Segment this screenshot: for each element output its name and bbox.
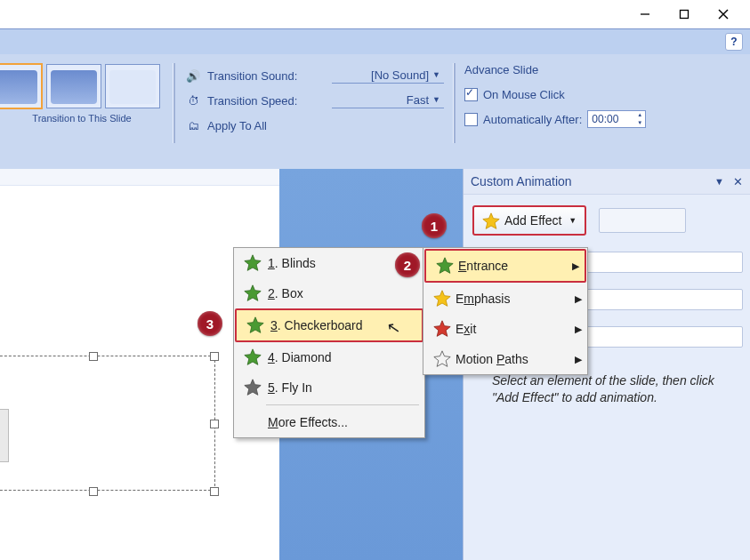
svg-marker-9 (245, 255, 261, 271)
auto-after-label: Automatically After: (483, 113, 582, 126)
submenu-item-label: 1. Blinds (268, 256, 316, 270)
menu-separator (266, 404, 419, 405)
sound-icon: 🔊 (184, 69, 202, 83)
horizontal-ruler (0, 169, 279, 186)
submenu-item-diamond[interactable]: 4. Diamond (234, 342, 424, 372)
callout-badge-3: 3 (198, 311, 222, 336)
auto-after-checkbox[interactable] (464, 113, 478, 126)
chevron-down-icon: ▼ (569, 216, 577, 225)
svg-marker-10 (245, 285, 261, 301)
task-pane-menu-icon[interactable]: ▼ (714, 176, 724, 187)
resize-handle[interactable] (210, 352, 219, 361)
svg-marker-4 (483, 213, 499, 229)
submenu-item-fly-in[interactable]: 5. Fly In (234, 372, 424, 403)
add-effect-menu: Entrance ▶ Emphasis ▶ Exit ▶ Motion Path… (423, 247, 588, 375)
task-pane-title: Custom Animation (471, 174, 572, 188)
emphasis-icon (429, 290, 456, 308)
resize-handle[interactable] (89, 487, 98, 496)
submenu-item-label: 2. Box (268, 286, 303, 300)
transition-gallery[interactable] (0, 63, 164, 109)
chevron-right-icon: ▶ (575, 324, 582, 335)
menu-item-label: Entrance (458, 259, 508, 273)
menu-item-label: Exit (456, 322, 476, 336)
slide-element[interactable]: n (0, 409, 9, 462)
effect-icon (240, 316, 270, 334)
resize-handle[interactable] (89, 352, 98, 361)
ribbon-divider (453, 63, 456, 143)
chevron-right-icon: ▶ (572, 260, 579, 272)
advance-slide-settings: Advance Slide On Mouse Click Automatical… (464, 63, 646, 132)
apply-to-all-button[interactable]: Apply To All (207, 119, 267, 132)
transition-gallery-group: Transition to This Slide (0, 63, 164, 124)
chevron-down-icon: ▼ (432, 95, 440, 104)
transition-sound-value: [No Sound] (371, 68, 429, 82)
close-button[interactable] (704, 1, 743, 28)
auto-after-spin[interactable]: 00:00 ▲▼ (587, 110, 646, 128)
transition-speed-label: Transition Speed: (207, 94, 332, 108)
speed-icon: ⏱ (184, 94, 202, 108)
menu-item-label: Emphasis (456, 292, 510, 306)
exit-icon (429, 320, 456, 338)
svg-marker-8 (434, 351, 450, 367)
callout-badge-2: 2 (395, 252, 420, 277)
submenu-item-label: 3. Checkerboard (270, 318, 363, 332)
effect-icon (238, 348, 268, 366)
task-pane-close-icon[interactable]: ✕ (733, 175, 743, 188)
submenu-item-label: More Effects... (268, 415, 348, 429)
submenu-item-label: 4. Diamond (268, 350, 332, 364)
menu-item-entrance[interactable]: Entrance ▶ (424, 249, 586, 283)
menu-item-emphasis[interactable]: Emphasis ▶ (423, 284, 587, 314)
add-effect-button[interactable]: Add Effect ▼ (472, 205, 586, 236)
instruction-text: Select an element of the slide, then cli… (472, 372, 743, 406)
svg-marker-5 (437, 258, 453, 274)
on-mouse-label: On Mouse Click (483, 88, 565, 101)
ribbon: Transition to This Slide 🔊 Transition So… (0, 54, 750, 170)
submenu-item-more-effects[interactable]: More Effects... (234, 407, 424, 437)
text-placeholder[interactable] (0, 356, 215, 491)
svg-rect-1 (681, 11, 689, 19)
on-mouse-checkbox[interactable] (464, 88, 478, 101)
chevron-down-icon: ▼ (432, 70, 440, 79)
star-icon (482, 212, 498, 228)
resize-handle[interactable] (210, 487, 219, 496)
submenu-item-box[interactable]: 2. Box (234, 278, 424, 308)
minimize-button[interactable] (625, 1, 665, 28)
menu-item-label: Motion Paths (456, 352, 528, 366)
svg-marker-11 (247, 317, 263, 333)
effect-icon (238, 379, 268, 396)
transition-settings: 🔊 Transition Sound: [No Sound] ▼ ⏱ Trans… (184, 63, 444, 138)
group-label-transition: Transition to This Slide (32, 113, 131, 124)
menu-item-motion-paths[interactable]: Motion Paths ▶ (423, 344, 587, 374)
effect-icon (238, 284, 268, 302)
callout-badge-1: 1 (422, 213, 447, 238)
remove-effect-button[interactable] (599, 208, 686, 233)
ribbon-divider (173, 63, 175, 143)
advance-heading: Advance Slide (464, 63, 646, 76)
spin-buttons[interactable]: ▲▼ (634, 111, 645, 127)
svg-marker-13 (245, 380, 261, 396)
maximize-button[interactable] (665, 1, 704, 28)
ribbon-tab-strip: ? (0, 28, 750, 54)
chevron-right-icon: ▶ (575, 293, 582, 305)
task-pane-header: Custom Animation ▼ ✕ (464, 169, 750, 195)
entrance-icon (431, 257, 458, 275)
resize-handle[interactable] (210, 420, 219, 428)
transition-thumb-2[interactable] (46, 64, 101, 108)
transition-thumb-1[interactable] (0, 63, 43, 109)
transition-sound-combo[interactable]: [No Sound] ▼ (332, 68, 444, 84)
auto-after-value: 00:00 (592, 113, 618, 125)
effect-icon (238, 254, 268, 272)
submenu-item-label: 5. Fly In (268, 380, 312, 395)
svg-marker-7 (434, 321, 450, 337)
transition-thumb-3[interactable] (105, 64, 160, 108)
window-titlebar (0, 0, 750, 28)
transition-speed-combo[interactable]: Fast ▼ (332, 93, 444, 108)
apply-all-icon: 🗂 (184, 119, 202, 132)
menu-item-exit[interactable]: Exit ▶ (423, 314, 587, 344)
svg-marker-6 (434, 291, 450, 307)
transition-speed-value: Fast (407, 93, 429, 107)
help-icon[interactable]: ? (725, 33, 743, 51)
chevron-right-icon: ▶ (575, 354, 582, 365)
add-effect-label: Add Effect (504, 213, 561, 228)
entrance-submenu: 1. Blinds 2. Box 3. Checkerboard 4. Diam… (233, 247, 425, 438)
